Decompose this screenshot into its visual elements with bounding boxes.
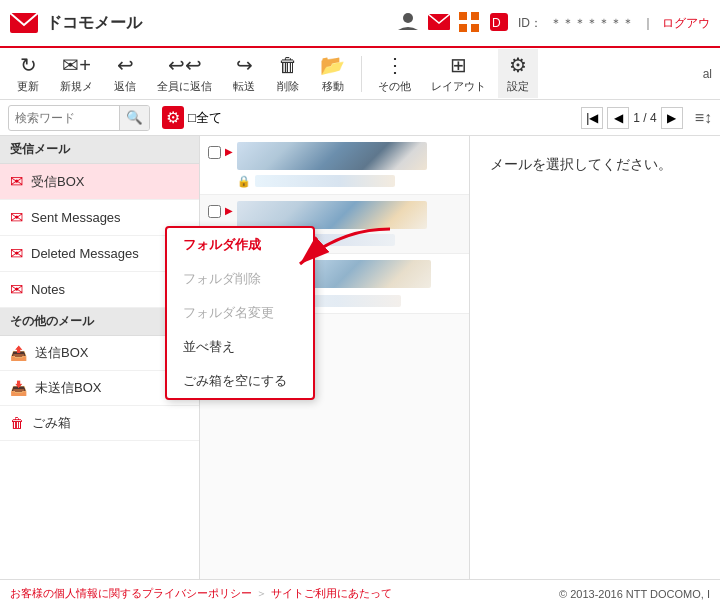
grid-icon — [458, 11, 480, 36]
logout-link[interactable]: ログアウ — [662, 15, 710, 32]
update-icon: ↻ — [20, 53, 37, 77]
header-sep: ｜ — [642, 15, 654, 32]
mail-preview-bar — [237, 201, 427, 229]
settings-label: 設定 — [507, 79, 529, 94]
search-input[interactable] — [9, 111, 119, 125]
sidebar-notes-label: Notes — [31, 282, 65, 297]
next-page-button[interactable]: ▶ — [661, 107, 683, 129]
other-button[interactable]: ⋮ その他 — [370, 49, 419, 98]
trash-icon: 🗑 — [10, 415, 24, 431]
toolbar-user: al — [703, 67, 712, 81]
mail-item[interactable]: ▶ 🔒 — [200, 136, 469, 195]
inbox-section-header: 受信メール — [0, 136, 199, 164]
prev-page-button[interactable]: ◀ — [607, 107, 629, 129]
sidebar-item-inbox[interactable]: ✉ 受信BOX — [0, 164, 199, 200]
first-page-button[interactable]: |◀ — [581, 107, 603, 129]
page-info: 1 / 4 — [633, 111, 656, 125]
reply-label: 返信 — [114, 79, 136, 94]
forward-icon: ↪ — [236, 53, 253, 77]
footer: お客様の個人情報に関するプライバシーポリシー ＞ サイトご利用にあたって © 2… — [0, 579, 720, 607]
id-label: ID： — [518, 15, 542, 32]
context-menu: フォルダ作成 フォルダ削除 フォルダ名変更 並べ替え ごみ箱を空にする — [165, 226, 315, 400]
mail-checkbox[interactable] — [208, 205, 221, 218]
svg-rect-6 — [471, 24, 479, 32]
sent-box-icon: 📤 — [10, 345, 27, 361]
mail-logo-icon — [10, 13, 38, 33]
move-icon: 📂 — [320, 53, 345, 77]
mail-sub-preview — [255, 175, 395, 187]
sidebar-deleted-label: Deleted Messages — [31, 246, 139, 261]
move-button[interactable]: 📂 移動 — [312, 49, 353, 98]
svg-text:D: D — [492, 16, 501, 30]
update-button[interactable]: ↻ 更新 — [8, 49, 48, 98]
reply-button[interactable]: ↩ 返信 — [105, 49, 145, 98]
mail-preview-detail: 🔒 — [237, 142, 461, 188]
page-total: 4 — [650, 111, 657, 125]
reply-all-button[interactable]: ↩↩ 全員に返信 — [149, 49, 220, 98]
delete-folder-item[interactable]: フォルダ削除 — [167, 262, 313, 296]
settings-button[interactable]: ⚙ 設定 — [498, 49, 538, 98]
empty-trash-item[interactable]: ごみ箱を空にする — [167, 364, 313, 398]
lock-icon: 🔒 — [237, 175, 251, 188]
delete-button[interactable]: 🗑 削除 — [268, 50, 308, 98]
mail-arrow-icon: ▶ — [225, 146, 233, 157]
layout-button[interactable]: ⊞ レイアウト — [423, 49, 494, 98]
inbox-icon: ✉ — [10, 172, 23, 191]
page-current: 1 — [633, 111, 640, 125]
other-label: その他 — [378, 79, 411, 94]
sidebar-unsent-box-label: 未送信BOX — [35, 379, 101, 397]
sort-item[interactable]: 並べ替え — [167, 330, 313, 364]
create-folder-item[interactable]: フォルダ作成 — [167, 228, 313, 262]
search-button[interactable]: 🔍 — [119, 106, 149, 130]
svg-point-1 — [403, 13, 413, 23]
other-icon: ⋮ — [385, 53, 405, 77]
id-value: ＊＊＊＊＊＊＊ — [550, 15, 634, 32]
app-title: ドコモメール — [46, 13, 142, 34]
check-all-label[interactable]: □全て — [188, 109, 222, 127]
deleted-icon: ✉ — [10, 244, 23, 263]
logo-area: ドコモメール — [10, 13, 142, 34]
layout-icon: ⊞ — [450, 53, 467, 77]
footer-copyright: © 2013-2016 NTT DOCOMO, I — [559, 588, 710, 600]
sort-button[interactable]: ≡↕ — [695, 109, 712, 127]
main-layout: 受信メール ✉ 受信BOX ✉ Sent Messages ✉ Deleted … — [0, 136, 720, 579]
page-sep: / — [643, 111, 650, 125]
sidebar-sent-messages-label: Sent Messages — [31, 210, 121, 225]
sidebar-item-trash[interactable]: 🗑 ごみ箱 — [0, 406, 199, 441]
svg-rect-3 — [459, 12, 467, 20]
mail-checkbox[interactable] — [208, 146, 221, 159]
footer-left: お客様の個人情報に関するプライバシーポリシー ＞ サイトご利用にあたって — [10, 586, 392, 601]
rename-folder-item[interactable]: フォルダ名変更 — [167, 296, 313, 330]
move-label: 移動 — [322, 79, 344, 94]
footer-arrow: ＞ — [256, 586, 267, 601]
apps-icon: D — [488, 11, 510, 36]
preview-message: メールを選択してください。 — [490, 156, 672, 174]
compose-button[interactable]: ✉+ 新規メ — [52, 49, 101, 98]
svg-rect-5 — [459, 24, 467, 32]
terms-link[interactable]: サイトご利用にあたって — [271, 586, 392, 601]
reply-all-label: 全員に返信 — [157, 79, 212, 94]
search-icon: 🔍 — [126, 110, 143, 125]
update-label: 更新 — [17, 79, 39, 94]
header: ドコモメール D ID： ＊＊＊＊＊＊＊ ｜ ログアウ — [0, 0, 720, 48]
delete-label: 削除 — [277, 79, 299, 94]
notes-icon: ✉ — [10, 280, 23, 299]
sidebar-trash-label: ごみ箱 — [32, 414, 71, 432]
toolbar: ↻ 更新 ✉+ 新規メ ↩ 返信 ↩↩ 全員に返信 ↪ 転送 🗑 削除 📂 移動… — [0, 48, 720, 100]
unsent-box-icon: 📥 — [10, 380, 27, 396]
nav-area: |◀ ◀ 1 / 4 ▶ ≡↕ — [581, 107, 712, 129]
header-right: D ID： ＊＊＊＊＊＊＊ ｜ ログアウ — [396, 10, 710, 37]
reply-all-icon: ↩↩ — [168, 53, 202, 77]
search-box[interactable]: 🔍 — [8, 105, 150, 131]
layout-label: レイアウト — [431, 79, 486, 94]
mail-lock-row: 🔒 — [237, 173, 461, 188]
check-all-area[interactable]: ⚙ □全て — [162, 106, 222, 129]
forward-label: 転送 — [233, 79, 255, 94]
mail-arrow-icon: ▶ — [225, 205, 233, 216]
mail-icon-header — [428, 14, 450, 33]
privacy-link[interactable]: お客様の個人情報に関するプライバシーポリシー — [10, 586, 252, 601]
forward-button[interactable]: ↪ 転送 — [224, 49, 264, 98]
gear-folder-icon[interactable]: ⚙ — [162, 106, 184, 129]
mail-preview-bar — [237, 142, 427, 170]
toolbar-separator — [361, 56, 362, 92]
